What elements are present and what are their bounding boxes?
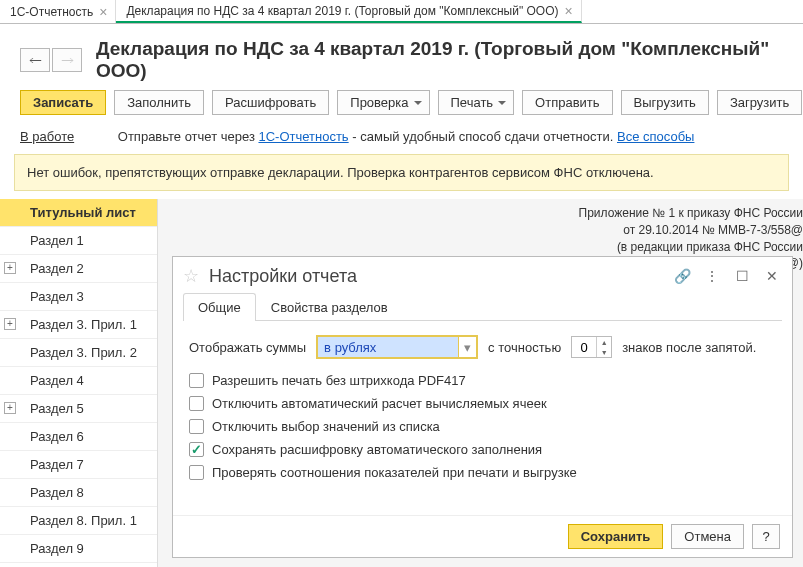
checkbox-label: Проверять соотношения показателей при пе… (212, 465, 577, 480)
section-label: Раздел 8. Прил. 1 (30, 513, 137, 528)
status-bar: Нет ошибок, препятствующих отправке декл… (14, 154, 789, 191)
section-label: Раздел 3 (30, 289, 84, 304)
section-label: Раздел 5 (30, 401, 84, 416)
tab-label: Декларация по НДС за 4 квартал 2019 г. (… (126, 4, 558, 18)
modal-title: Настройки отчета (209, 266, 662, 287)
tab-declaration[interactable]: Декларация по НДС за 4 квартал 2019 г. (… (116, 0, 581, 23)
close-icon[interactable]: ✕ (762, 266, 782, 286)
tab-general[interactable]: Общие (183, 293, 256, 321)
expand-icon[interactable]: + (4, 318, 16, 330)
save-button[interactable]: Записать (20, 90, 106, 115)
precision-suffix: знаков после запятой. (622, 340, 756, 355)
checkbox-row: Отключить автоматический расчет вычисляе… (189, 396, 776, 411)
link-icon[interactable]: 🔗 (672, 266, 692, 286)
precision-input[interactable] (572, 339, 596, 356)
modal-save-button[interactable]: Сохранить (568, 524, 664, 549)
section-item[interactable]: Раздел 7 (0, 451, 157, 479)
send-button[interactable]: Отправить (522, 90, 612, 115)
section-item[interactable]: Раздел 1 (0, 227, 157, 255)
maximize-icon[interactable]: ☐ (732, 266, 752, 286)
print-button[interactable]: Печать (438, 90, 515, 115)
section-label: Раздел 1 (30, 233, 84, 248)
checkbox[interactable] (189, 465, 204, 480)
status-label: В работе (20, 129, 74, 144)
close-icon[interactable]: × (565, 4, 573, 18)
show-sums-combo[interactable]: в рублях ▾ (316, 335, 478, 359)
info-text: Отправьте отчет через (118, 129, 259, 144)
expand-icon[interactable]: + (4, 402, 16, 414)
checkbox-row: Сохранять расшифровку автоматического за… (189, 442, 776, 457)
check-button[interactable]: Проверка (337, 90, 429, 115)
section-item[interactable]: Раздел 6 (0, 423, 157, 451)
section-label: Раздел 7 (30, 457, 84, 472)
decode-button[interactable]: Расшифровать (212, 90, 329, 115)
checkbox-label: Отключить автоматический расчет вычисляе… (212, 396, 547, 411)
checkbox[interactable] (189, 396, 204, 411)
expand-icon[interactable]: + (4, 262, 16, 274)
help-button[interactable]: ? (752, 524, 780, 549)
checkbox[interactable] (189, 373, 204, 388)
section-item[interactable]: +Раздел 2 (0, 255, 157, 283)
section-label: Раздел 3. Прил. 2 (30, 345, 137, 360)
info-text: - самый удобный способ сдачи отчетности. (349, 129, 617, 144)
tab-section-props[interactable]: Свойства разделов (256, 293, 403, 321)
tab-label: 1С-Отчетность (10, 5, 93, 19)
section-label: Раздел 2 (30, 261, 84, 276)
info-bar: В работе Отправьте отчет через 1С-Отчетн… (0, 125, 803, 154)
show-sums-label: Отображать суммы (189, 340, 306, 355)
section-item[interactable]: +Раздел 3. Прил. 1 (0, 311, 157, 339)
link-all-methods[interactable]: Все способы (617, 129, 694, 144)
spin-up-icon[interactable]: ▲ (597, 337, 611, 347)
chevron-down-icon[interactable]: ▾ (458, 337, 476, 357)
section-label: Раздел 9 (30, 541, 84, 556)
close-icon[interactable]: × (99, 5, 107, 19)
section-label: Раздел 8 (30, 485, 84, 500)
checkbox[interactable] (189, 419, 204, 434)
section-label: Раздел 3. Прил. 1 (30, 317, 137, 332)
spin-down-icon[interactable]: ▼ (597, 347, 611, 357)
checkbox-row: Разрешить печать без штрихкода PDF417 (189, 373, 776, 388)
report-settings-modal: ☆ Настройки отчета 🔗 ⋮ ☐ ✕ Общие Свойств… (172, 256, 793, 558)
section-item[interactable]: Раздел 3. Прил. 2 (0, 339, 157, 367)
section-item[interactable]: Раздел 4 (0, 367, 157, 395)
checkbox-label: Отключить выбор значений из списка (212, 419, 440, 434)
section-item[interactable]: Титульный лист (0, 199, 157, 227)
more-icon[interactable]: ⋮ (702, 266, 722, 286)
checkbox-row: Проверять соотношения показателей при пе… (189, 465, 776, 480)
section-item[interactable]: +Раздел 5 (0, 395, 157, 423)
import-button[interactable]: Загрузить (717, 90, 802, 115)
section-label: Титульный лист (30, 205, 136, 220)
link-1c-reporting[interactable]: 1С-Отчетность (258, 129, 348, 144)
tab-reporting[interactable]: 1С-Отчетность × (0, 0, 116, 23)
checkbox[interactable] (189, 442, 204, 457)
fill-button[interactable]: Заполнить (114, 90, 204, 115)
nav-back-button[interactable]: 🡐 (20, 48, 50, 72)
nav-forward-button[interactable]: 🡒 (52, 48, 82, 72)
page-title: Декларация по НДС за 4 квартал 2019 г. (… (96, 38, 789, 82)
checkbox-row: Отключить выбор значений из списка (189, 419, 776, 434)
tab-bar: 1С-Отчетность × Декларация по НДС за 4 к… (0, 0, 803, 24)
modal-cancel-button[interactable]: Отмена (671, 524, 744, 549)
section-label: Раздел 6 (30, 429, 84, 444)
section-item[interactable]: Раздел 9 (0, 535, 157, 563)
sections-sidebar[interactable]: Титульный листРаздел 1+Раздел 2Раздел 3+… (0, 199, 158, 567)
section-label: Раздел 4 (30, 373, 84, 388)
star-icon[interactable]: ☆ (183, 265, 199, 287)
section-item[interactable]: Раздел 8 (0, 479, 157, 507)
precision-label: с точностью (488, 340, 561, 355)
section-item[interactable]: Раздел 8. Прил. 1 (0, 507, 157, 535)
precision-spinner[interactable]: ▲ ▼ (571, 336, 612, 358)
checkbox-label: Сохранять расшифровку автоматического за… (212, 442, 542, 457)
export-button[interactable]: Выгрузить (621, 90, 709, 115)
show-sums-value: в рублях (318, 337, 458, 357)
section-item[interactable]: Раздел 3 (0, 283, 157, 311)
checkbox-label: Разрешить печать без штрихкода PDF417 (212, 373, 466, 388)
